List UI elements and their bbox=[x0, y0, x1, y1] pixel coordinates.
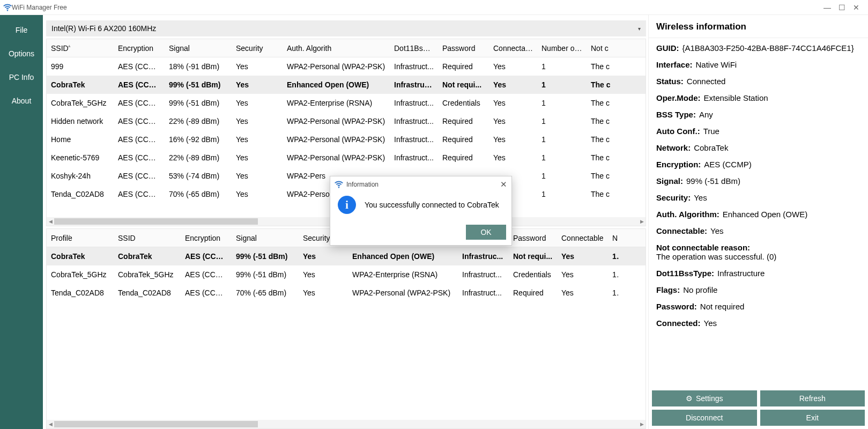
info-value: Native WiFi bbox=[696, 60, 737, 69]
info-row: Flags:No profile bbox=[656, 285, 860, 294]
info-key: Oper.Mode: bbox=[656, 93, 701, 102]
info-value: Infrastructure bbox=[717, 269, 765, 278]
wireless-info-panel: Wireless information GUID:{A1B8A303-F250… bbox=[648, 15, 868, 429]
minimize-button[interactable]: — bbox=[824, 3, 831, 12]
menu-file[interactable]: File bbox=[0, 18, 43, 42]
dialog-message: You successfully connected to CobraTek bbox=[365, 201, 499, 209]
info-row: Dot11BssType:Infrastructure bbox=[656, 269, 860, 278]
menu-pc-info[interactable]: PC Info bbox=[0, 65, 43, 89]
info-row: Connectable:Yes bbox=[656, 226, 860, 235]
close-button[interactable]: ✕ bbox=[853, 3, 859, 12]
column-header[interactable]: Dot11BssTyp bbox=[390, 44, 438, 53]
info-key: Signal: bbox=[656, 176, 683, 186]
info-key: Connectable: bbox=[656, 226, 707, 235]
scroll-left-icon[interactable]: ◀ bbox=[47, 219, 54, 224]
column-header[interactable]: Encryption bbox=[114, 44, 165, 53]
column-header[interactable]: Signal bbox=[232, 234, 299, 242]
info-row: Status:Connected bbox=[656, 77, 860, 86]
disconnect-button[interactable]: Disconnect bbox=[652, 410, 757, 426]
info-value: Yes bbox=[704, 319, 717, 328]
refresh-button[interactable]: Refresh bbox=[760, 390, 865, 406]
info-row: GUID:{A1B8A303-F250-42BA-B88F-74CC1A46FC… bbox=[656, 43, 860, 53]
info-value: AES (CCMP) bbox=[704, 160, 751, 169]
info-icon: i bbox=[338, 196, 356, 214]
column-header[interactable]: Password bbox=[438, 44, 489, 53]
network-row[interactable]: HomeAES (CCMP)16% (-92 dBm)YesWPA2-Perso… bbox=[47, 130, 646, 149]
sidebar: File Options PC Info About bbox=[0, 15, 43, 429]
column-header[interactable]: N bbox=[608, 234, 619, 242]
info-value: Extensible Station bbox=[704, 93, 768, 102]
info-key: Flags: bbox=[656, 285, 680, 294]
info-row: Auto Conf.:True bbox=[656, 127, 860, 136]
info-value: Yes bbox=[694, 193, 707, 202]
info-row: Not connectable reason:The operation was… bbox=[656, 243, 860, 261]
column-header[interactable]: Profile▴ bbox=[47, 234, 114, 242]
column-header[interactable]: SSID▴ bbox=[47, 44, 114, 53]
scroll-left-icon[interactable]: ◀ bbox=[47, 421, 54, 427]
network-row[interactable]: 999AES (CCMP)18% (-91 dBm)YesWPA2-Person… bbox=[47, 57, 646, 76]
profile-row[interactable]: Tenda_C02AD8Tenda_C02AD8AES (CCMP)70% (-… bbox=[47, 284, 646, 302]
menu-about[interactable]: About bbox=[0, 89, 43, 113]
scroll-right-icon[interactable]: ▶ bbox=[638, 219, 646, 224]
menu-options[interactable]: Options bbox=[0, 42, 43, 65]
info-key: BSS Type: bbox=[656, 110, 696, 119]
settings-button[interactable]: ⚙Settings bbox=[652, 390, 757, 406]
column-header[interactable]: Auth. Algorith bbox=[283, 44, 390, 53]
column-header[interactable]: Number of B bbox=[537, 44, 587, 53]
column-header[interactable]: Password bbox=[509, 234, 557, 242]
column-header[interactable]: Not c bbox=[587, 44, 619, 53]
info-key: Status: bbox=[656, 77, 684, 86]
titlebar: WiFi Manager Free — ☐ ✕ bbox=[0, 0, 868, 15]
info-value: Not required bbox=[700, 302, 745, 311]
column-header[interactable]: Signal bbox=[165, 44, 232, 53]
column-header[interactable]: Security bbox=[232, 44, 283, 53]
info-value: Connected bbox=[687, 77, 726, 86]
info-row: Security:Yes bbox=[656, 193, 860, 202]
info-row: Auth. Algorithm:Enhanced Open (OWE) bbox=[656, 210, 860, 219]
info-row: Encryption:AES (CCMP) bbox=[656, 160, 860, 169]
app-icon bbox=[335, 180, 343, 189]
window-title: WiFi Manager Free bbox=[12, 4, 824, 11]
info-key: Dot11BssType: bbox=[656, 269, 714, 278]
profiles-table: Profile▴SSIDEncryptionSignalSecurityAuth… bbox=[46, 228, 646, 429]
info-row: Interface:Native WiFi bbox=[656, 60, 860, 69]
dialog-ok-button[interactable]: OK bbox=[466, 225, 506, 240]
info-key: Interface: bbox=[656, 60, 693, 69]
column-header[interactable]: SSID bbox=[114, 234, 181, 242]
column-header[interactable]: Encryption bbox=[181, 234, 232, 242]
info-key: Connected: bbox=[656, 319, 701, 328]
scroll-right-icon[interactable]: ▶ bbox=[638, 421, 646, 427]
maximize-button[interactable]: ☐ bbox=[839, 3, 845, 12]
info-row: Oper.Mode:Extensible Station bbox=[656, 93, 860, 102]
info-key: Encryption: bbox=[656, 160, 701, 169]
sort-asc-icon: ▴ bbox=[68, 44, 71, 48]
adapter-dropdown[interactable]: Intel(R) Wi-Fi 6 AX200 160MHz ▾ bbox=[46, 20, 646, 36]
info-dialog: Information ✕ i You successfully connect… bbox=[330, 176, 512, 246]
chevron-down-icon: ▾ bbox=[638, 26, 641, 32]
info-key: Network: bbox=[656, 143, 691, 152]
exit-button[interactable]: Exit bbox=[760, 410, 865, 426]
info-value: Any bbox=[699, 110, 713, 119]
info-value: The operation was successful. (0) bbox=[656, 252, 776, 261]
app-icon bbox=[3, 3, 12, 12]
info-key: Auth. Algorithm: bbox=[656, 210, 719, 219]
network-row[interactable]: CobraTek_5GHzAES (CCMP)99% (-51 dBm)YesW… bbox=[47, 94, 646, 112]
info-value: 99% (-51 dBm) bbox=[686, 176, 740, 186]
network-row[interactable]: Hidden networkAES (CCMP)22% (-89 dBm)Yes… bbox=[47, 112, 646, 130]
info-row: Network:CobraTek bbox=[656, 143, 860, 152]
profile-row[interactable]: CobraTek_5GHzCobraTek_5GHzAES (CCMP)99% … bbox=[47, 265, 646, 284]
info-row: BSS Type:Any bbox=[656, 110, 860, 119]
column-header[interactable]: Connectable bbox=[489, 44, 537, 53]
info-key: Security: bbox=[656, 193, 691, 202]
network-row[interactable]: Keenetic-5769AES (CCMP)22% (-89 dBm)YesW… bbox=[47, 149, 646, 167]
sort-asc-icon: ▴ bbox=[68, 234, 71, 238]
info-row: Signal:99% (-51 dBm) bbox=[656, 176, 860, 186]
adapter-selected: Intel(R) Wi-Fi 6 AX200 160MHz bbox=[51, 24, 156, 33]
profile-row[interactable]: CobraTekCobraTekAES (CCMP)99% (-51 dBm)Y… bbox=[47, 247, 646, 265]
dialog-close-button[interactable]: ✕ bbox=[500, 180, 507, 189]
network-row[interactable]: CobraTekAES (CCMP)99% (-51 dBm)YesEnhanc… bbox=[47, 76, 646, 94]
networks-header[interactable]: SSID▴EncryptionSignalSecurityAuth. Algor… bbox=[47, 39, 646, 57]
column-header[interactable]: Connectable bbox=[557, 234, 608, 242]
profiles-scrollbar[interactable]: ◀ ▶ bbox=[47, 420, 646, 428]
dialog-title: Information bbox=[346, 181, 379, 188]
